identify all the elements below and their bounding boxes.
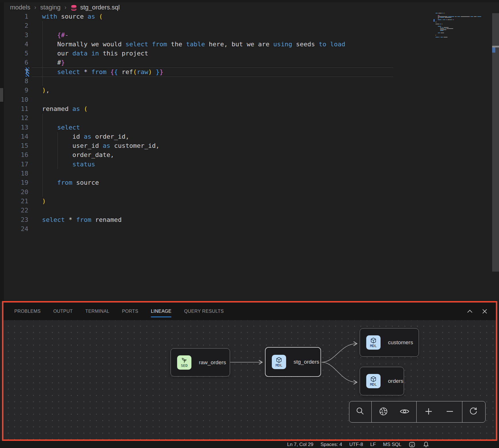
eye-button[interactable] bbox=[395, 401, 414, 422]
edge-stg_orders-orders bbox=[322, 362, 357, 382]
breadcrumb-file-name[interactable]: stg_orders.sql bbox=[80, 4, 120, 11]
code-line-6[interactable]: 6 #} bbox=[4, 58, 492, 67]
modified-line-gutter-marker bbox=[26, 67, 29, 77]
status-utf-8[interactable]: UTF-8 bbox=[349, 442, 363, 447]
code-line-15[interactable]: 15 user_id as customer_id, bbox=[4, 141, 492, 150]
lineage-node-raw_orders[interactable]: SEDraw_orders bbox=[171, 348, 230, 377]
line-number: 5 bbox=[4, 49, 28, 58]
tab-ports[interactable]: PORTS bbox=[116, 302, 144, 320]
tab-terminal[interactable]: TERMINAL bbox=[79, 302, 116, 320]
code-line-11[interactable]: 11renamed as ( bbox=[4, 104, 492, 114]
code-line-20[interactable]: 20 bbox=[4, 188, 492, 197]
status-ms-sql[interactable]: MS SQL bbox=[383, 442, 401, 447]
code-line-24[interactable]: 24 bbox=[4, 224, 492, 234]
minimap-line bbox=[446, 28, 453, 29]
line-number: 19 bbox=[4, 178, 28, 187]
plus-button[interactable] bbox=[419, 401, 438, 422]
tab-problems[interactable]: PROBLEMS bbox=[8, 302, 47, 320]
line-content: our data in this project bbox=[28, 49, 148, 58]
code-line-14[interactable]: 14 id as order_id, bbox=[4, 132, 492, 141]
tab-lineage[interactable]: LINEAGE bbox=[144, 302, 178, 320]
window-top-strip bbox=[0, 0, 499, 2]
minimap-line bbox=[445, 17, 452, 18]
line-content: select * from {{ ref(raw) }} bbox=[28, 67, 163, 77]
minimap-line bbox=[441, 37, 443, 37]
code-line-2[interactable]: 2 bbox=[4, 21, 492, 30]
code-line-5[interactable]: 5 our data in this project bbox=[4, 49, 492, 58]
search-icon bbox=[355, 407, 365, 417]
breadcrumb-item-models[interactable]: models bbox=[10, 4, 30, 11]
minimap-line bbox=[474, 16, 477, 17]
bell-icon[interactable] bbox=[423, 441, 429, 448]
lineage-canvas[interactable]: SEDraw_ordersMDLstg_ordersMDLcustomersMD… bbox=[3, 320, 496, 439]
line-content: {#- bbox=[28, 31, 69, 40]
breadcrumb-item-staging[interactable]: staging bbox=[40, 4, 61, 11]
code-line-23[interactable]: 23select * from renamed bbox=[4, 215, 492, 224]
cube-icon bbox=[370, 376, 377, 382]
code-line-16[interactable]: 16 order_date, bbox=[4, 150, 492, 160]
minimap[interactable] bbox=[431, 13, 491, 47]
minus-button[interactable] bbox=[441, 401, 459, 422]
line-content bbox=[28, 206, 42, 215]
lineage-node-orders[interactable]: MDLorders bbox=[360, 367, 404, 395]
line-content: select bbox=[28, 123, 80, 132]
code-line-8[interactable]: 8 bbox=[4, 77, 492, 86]
line-number: 4 bbox=[4, 40, 28, 49]
chevron-up-icon[interactable] bbox=[466, 308, 474, 315]
cube-badge: MDL bbox=[366, 374, 381, 388]
aperture-button[interactable] bbox=[374, 401, 393, 422]
code-line-17[interactable]: 17 status bbox=[4, 160, 492, 169]
code-line-4[interactable]: 4 Normally we would select from the tabl… bbox=[4, 40, 492, 49]
code-line-1[interactable]: 1with source as ( bbox=[4, 12, 492, 21]
editor-scrollbar[interactable] bbox=[492, 13, 499, 272]
line-content bbox=[28, 77, 42, 86]
line-number: 14 bbox=[4, 132, 28, 141]
minimap-line bbox=[445, 28, 446, 29]
line-number: 18 bbox=[4, 169, 28, 178]
bottom-panel: PROBLEMSOUTPUTTERMINALPORTSLINEAGEQUERY … bbox=[2, 301, 497, 441]
minimap-line bbox=[452, 19, 452, 20]
code-line-18[interactable]: 18 bbox=[4, 169, 492, 178]
minimap-line bbox=[438, 15, 439, 16]
minimap-line bbox=[440, 29, 446, 30]
lineage-node-stg_orders[interactable]: MDLstg_orders bbox=[265, 347, 321, 377]
minimap-line bbox=[438, 19, 441, 20]
tab-query-results[interactable]: QUERY RESULTS bbox=[178, 302, 230, 320]
code-editor[interactable]: 1with source as (23 {#-4 Normally we wou… bbox=[4, 12, 492, 301]
code-line-22[interactable]: 22 bbox=[4, 206, 492, 215]
code-line-7[interactable]: 7 select * from {{ ref(raw) }} bbox=[4, 67, 492, 77]
line-content bbox=[28, 224, 42, 234]
line-content bbox=[28, 21, 42, 30]
overview-ruler-modified-mark bbox=[492, 47, 495, 53]
line-number: 7 bbox=[4, 67, 28, 77]
refresh-button[interactable] bbox=[464, 401, 482, 422]
minimap-line bbox=[443, 37, 447, 37]
minimap-line bbox=[477, 16, 481, 17]
code-line-21[interactable]: 21) bbox=[4, 197, 492, 206]
seedling-icon bbox=[181, 358, 187, 363]
status-lf[interactable]: LF bbox=[370, 442, 376, 447]
code-line-10[interactable]: 10 bbox=[4, 95, 492, 104]
minimap-line bbox=[442, 24, 442, 24]
plus-icon bbox=[424, 407, 433, 417]
code-line-13[interactable]: 13 select bbox=[4, 123, 492, 132]
close-icon[interactable] bbox=[481, 308, 488, 315]
minimap-line bbox=[441, 33, 444, 33]
edge-stg_orders-customers bbox=[322, 344, 357, 362]
line-number: 17 bbox=[4, 160, 28, 169]
code-line-3[interactable]: 3 {#- bbox=[4, 31, 492, 40]
indent-guide bbox=[58, 132, 58, 169]
feedback-face-icon[interactable] bbox=[409, 441, 415, 448]
line-number: 10 bbox=[4, 95, 28, 104]
status-spaces[interactable]: Spaces: 4 bbox=[320, 442, 342, 447]
line-number: 16 bbox=[4, 150, 28, 160]
status-ln-7[interactable]: Ln 7, Col 29 bbox=[287, 442, 313, 447]
code-line-19[interactable]: 19 from source bbox=[4, 178, 492, 187]
code-line-9[interactable]: 9), bbox=[4, 86, 492, 95]
search-button[interactable] bbox=[351, 401, 369, 422]
code-line-12[interactable]: 12 bbox=[4, 114, 492, 123]
minimap-line bbox=[438, 33, 440, 33]
lineage-node-customers[interactable]: MDLcustomers bbox=[360, 328, 419, 357]
tab-output[interactable]: OUTPUT bbox=[47, 302, 79, 320]
line-number: 2 bbox=[4, 21, 28, 30]
